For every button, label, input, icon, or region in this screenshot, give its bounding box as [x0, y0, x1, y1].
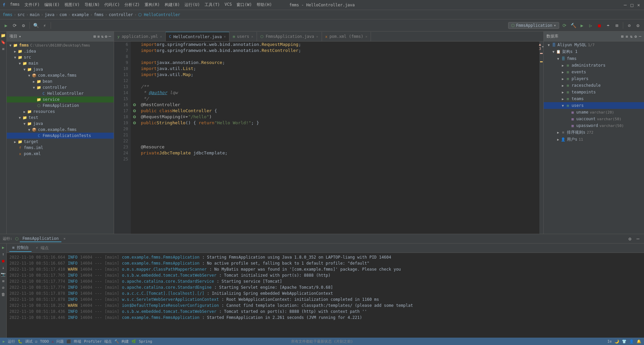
stop-icon[interactable]: ■ [596, 22, 603, 29]
gutter-run-16[interactable] [131, 102, 138, 108]
db-table-raceschedule[interactable]: ▶ ⊞ raceschedule [544, 82, 644, 89]
tree-item-fmms-iml[interactable]: ▶ f fmms.iml [7, 145, 114, 151]
bookmark-icon[interactable]: 🔖 [1, 40, 6, 45]
menu-app[interactable]: fmms [8, 1, 22, 8]
run-stop-icon[interactable]: ■ [1, 258, 6, 264]
run-icon[interactable]: ▷ [587, 22, 594, 29]
menu-help[interactable]: 帮助(H) [255, 1, 274, 8]
code-editor[interactable]: import org.springframework.web.bind.anno… [138, 42, 539, 234]
tab-hello-controller[interactable]: C HelloController.java × [166, 32, 229, 41]
db-sort-rules[interactable]: ▶ ≡ 排序规则s 272 [544, 129, 644, 136]
console-tab-endpoints[interactable]: ⚡ 端点 [33, 244, 51, 252]
tab-pom-xml[interactable]: x pom.xml (fmms) × [322, 32, 371, 41]
tree-item-src[interactable]: ▼ 📁 src [7, 54, 114, 60]
statusbar-endpoints-label[interactable]: 端点 [104, 339, 112, 344]
breadcrumb-fmms2[interactable]: fmms [94, 12, 104, 17]
statusbar-todo-label[interactable]: TODO [40, 339, 49, 344]
toolbar-icon-3[interactable]: ⚙ [20, 22, 27, 29]
db-icon-gear[interactable]: ⚙ [635, 34, 637, 39]
db-table-administrators[interactable]: ▶ ⊞ administrators [544, 62, 644, 69]
statusbar-test-label[interactable]: 调试 [25, 339, 33, 344]
tree-item-bean[interactable]: ▶ 📁 bean [7, 78, 114, 84]
run-play-icon[interactable]: ▶ [1, 245, 6, 250]
run-minimize-icon[interactable]: ─ [635, 235, 641, 242]
statusbar-problem-label[interactable]: 问题 [56, 339, 64, 344]
db-col-uname[interactable]: ▶ ▦ uname varchar(20) [544, 109, 644, 116]
run-list-icon[interactable]: ≡ [1, 278, 6, 284]
tree-item-package[interactable]: ▼ 📦 com.example.fmms [7, 72, 114, 78]
gutter-run-18[interactable] [131, 114, 138, 120]
close-button[interactable]: × [636, 2, 641, 8]
db-connection-aliyun[interactable]: ▼ 🗄 Aliyun MySQL 1/7 [544, 42, 644, 48]
sidebar-collapse-icon[interactable]: ≡ [97, 34, 100, 39]
tree-item-controller[interactable]: ▼ 📁 controller [7, 84, 114, 90]
run-up-icon[interactable]: ↑ [1, 252, 6, 257]
menu-view[interactable]: 视图(V) [62, 1, 82, 8]
menu-refactor[interactable]: 重构(R) [143, 1, 162, 8]
db-icon-refresh[interactable]: ⊞ [621, 34, 624, 39]
minimize-button[interactable]: ─ [623, 2, 628, 8]
menu-file[interactable]: 文件(F) [22, 1, 42, 8]
toolbar-icon-1[interactable]: ▶ [3, 22, 9, 29]
db-table-players[interactable]: ▶ ⊞ players [544, 75, 644, 82]
coverage-icon[interactable]: ☂ [605, 22, 611, 29]
menu-navigate[interactable]: 导航(N) [83, 1, 102, 8]
tab-close-fmms-app[interactable]: × [316, 35, 318, 39]
run-filter-icon[interactable]: ⊘ [1, 285, 6, 290]
run-debug-icon[interactable]: ▶ [579, 22, 585, 29]
build-icon[interactable]: 🔨 [570, 22, 577, 29]
sidebar-title-chevron[interactable]: ▾ [19, 34, 21, 39]
sidebar-sort-icon[interactable]: ⇅ [101, 34, 103, 39]
db-fmms[interactable]: ▼ 🗄 fmms [544, 55, 644, 62]
tree-item-service[interactable]: ▶ 📁 service [7, 96, 114, 102]
db-col-uaccount[interactable]: ▶ ▦ uaccount varchar(50) [544, 116, 644, 122]
breadcrumb-com[interactable]: com [59, 12, 67, 17]
tree-item-idea[interactable]: ▶ 📁 .idea [7, 48, 114, 54]
gutter-run-19[interactable] [131, 120, 138, 126]
menu-run[interactable]: 运行(U) [182, 1, 202, 8]
toolbar-icon-4[interactable]: 🔍 [33, 22, 39, 29]
db-table-users[interactable]: ▼ ⊞ users [544, 102, 644, 109]
tree-item-test-java[interactable]: ▼ 📁 java [7, 121, 114, 127]
db-users-node[interactable]: ▶ 👤 用户s 11 [544, 136, 644, 143]
structure-icon[interactable]: ≡ [1, 46, 6, 52]
tree-item-resources[interactable]: ▶ 📁 resources [7, 109, 114, 115]
tree-item-hello-controller[interactable]: ▶ C HelloController [7, 90, 114, 96]
project-icon[interactable]: 📁 [1, 33, 6, 38]
breadcrumb-src[interactable]: src [17, 12, 25, 17]
tree-item-fmms-app[interactable]: ▶ ⬡ FmmsApplication [7, 102, 114, 109]
run-camera-icon[interactable]: 📷 [1, 272, 6, 277]
menu-edit[interactable]: 编辑(E) [42, 1, 62, 8]
breadcrumb-fmms[interactable]: fmms [3, 12, 12, 17]
db-table-teams[interactable]: ▶ ⊞ teams [544, 95, 644, 102]
tab-users[interactable]: ⊞ users × [229, 32, 257, 41]
tab-close-hello[interactable]: × [224, 35, 226, 39]
toolbar-icon-5[interactable]: ⚡ [41, 22, 48, 29]
menu-code[interactable]: 代码(C) [102, 1, 122, 8]
statusbar-build-label[interactable]: 🔨 构建 [114, 339, 129, 344]
menu-vcs[interactable]: VCS [223, 1, 234, 8]
db-schema-section[interactable]: ▼ 📋 架构s 1 [544, 48, 644, 55]
toolbar-icon-2[interactable]: ⟳ [11, 22, 18, 29]
settings-icon[interactable]: ⚙ [635, 22, 641, 29]
gutter-run-17[interactable] [131, 108, 138, 114]
console-output[interactable]: 2022-11-10 08:51:16.664INFO14604 ---[mai… [7, 253, 644, 338]
tree-item-pom[interactable]: ▶ x pom.xml [7, 151, 114, 157]
sidebar-sync-icon[interactable]: ⊞ [94, 34, 96, 39]
breadcrumb-main[interactable]: main [30, 12, 40, 17]
console-tab-console[interactable]: ≡ 控制台 [9, 244, 32, 252]
tree-item-test[interactable]: ▼ 📁 test [7, 115, 114, 121]
db-icon-sort[interactable]: ⇅ [630, 34, 632, 39]
menu-analyze[interactable]: 分析(Z) [122, 1, 142, 8]
git-icon[interactable]: ⊘ [626, 22, 633, 29]
tab-close-pom[interactable]: × [365, 35, 367, 39]
tree-item-target[interactable]: ▶ 📁 target [7, 139, 114, 145]
tree-item-fmms-root[interactable]: ▼ 📁 fmms C:\Users\86188\Desktop\fmms [7, 42, 114, 48]
tab-fmms-application[interactable]: ⬡ FmmsApplication.java × [257, 32, 322, 41]
menu-build[interactable]: 构建(B) [163, 1, 182, 8]
tab-close-yml[interactable]: × [160, 35, 162, 39]
tab-close-users[interactable]: × [251, 35, 253, 39]
tree-item-test-package[interactable]: ▼ 📦 com.example.fmms [7, 127, 114, 133]
sync-files-icon[interactable]: ⟳ [561, 22, 568, 29]
menu-window[interactable]: 窗口(W) [234, 1, 254, 8]
